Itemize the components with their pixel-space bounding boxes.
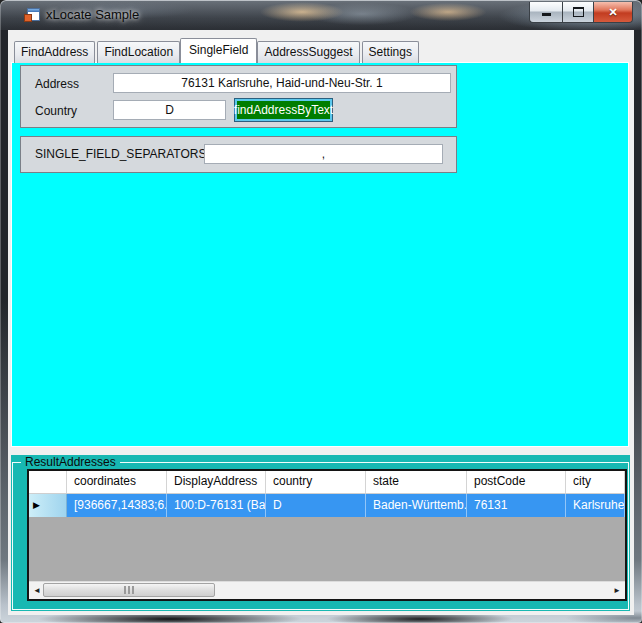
result-grid: coordinates DisplayAddress country state…: [27, 469, 627, 601]
column-header-postcode[interactable]: postCode: [467, 471, 566, 493]
cell-postcode[interactable]: 76131: [467, 494, 566, 517]
table-row[interactable]: ▶ [936667,14383;6... 100:D-76131 (Ba... …: [29, 494, 625, 517]
country-input[interactable]: [113, 100, 226, 120]
close-icon: ✕: [608, 7, 617, 18]
current-row-icon: ▶: [33, 501, 40, 510]
address-panel: Address Country findAddressByText: [20, 65, 457, 128]
tab-strip: FindAddress FindLocation SingleField Add…: [14, 38, 421, 63]
tab-findlocation[interactable]: FindLocation: [97, 41, 180, 63]
column-header-displayaddress[interactable]: DisplayAddress: [167, 471, 266, 493]
cell-city[interactable]: Karlsruhe: [566, 494, 625, 517]
column-header-country[interactable]: country: [266, 471, 366, 493]
tab-findaddress[interactable]: FindAddress: [14, 41, 95, 63]
grid-empty-area: [29, 517, 625, 581]
maximize-icon: [573, 7, 584, 17]
address-label: Address: [35, 77, 79, 91]
close-button[interactable]: ✕: [594, 2, 633, 23]
caption-buttons: ✕: [529, 2, 633, 23]
app-icon-accent: [24, 14, 32, 22]
separators-label: SINGLE_FIELD_SEPARATORS: [35, 147, 206, 161]
app-icon[interactable]: [24, 8, 39, 22]
scrollbar-grip-icon: [128, 586, 130, 594]
minimize-icon: [542, 13, 551, 16]
tab-page-singlefield: Address Country findAddressByText SINGLE…: [11, 62, 629, 447]
column-header-city[interactable]: city: [566, 471, 625, 493]
horizontal-scrollbar[interactable]: ◄ ►: [29, 581, 625, 599]
window-title: xLocate Sample: [46, 7, 139, 22]
tab-singlefield[interactable]: SingleField: [180, 38, 257, 63]
column-header-coordinates[interactable]: coordinates: [67, 471, 167, 493]
maximize-button[interactable]: [562, 2, 594, 23]
titlebar[interactable]: xLocate Sample ✕: [0, 0, 642, 30]
minimize-button[interactable]: [529, 2, 562, 23]
grid-header-row: coordinates DisplayAddress country state…: [29, 471, 625, 494]
result-addresses-groupbox: ResultAddresses coordinates DisplayAddre…: [11, 455, 630, 611]
scrollbar-thumb[interactable]: [43, 583, 215, 597]
row-header-cell[interactable]: ▶: [29, 494, 67, 517]
tab-settings[interactable]: Settings: [362, 41, 419, 63]
cell-displayaddress[interactable]: 100:D-76131 (Ba...: [167, 494, 266, 517]
tab-addresssuggest[interactable]: AddressSuggest: [257, 41, 359, 63]
scroll-right-icon[interactable]: ►: [609, 582, 625, 598]
cell-coordinates[interactable]: [936667,14383;6...: [67, 494, 167, 517]
country-label: Country: [35, 104, 77, 118]
column-header-state[interactable]: state: [366, 471, 467, 493]
separators-panel: SINGLE_FIELD_SEPARATORS: [20, 136, 457, 173]
groupbox-label: ResultAddresses: [21, 455, 120, 469]
grid-corner-cell[interactable]: [29, 471, 67, 493]
window-frame: xLocate Sample ✕ FindAddress FindLocatio…: [0, 0, 642, 623]
find-address-by-text-button[interactable]: findAddressByText: [234, 98, 333, 122]
cell-state[interactable]: Baden-Württemb...: [366, 494, 467, 517]
address-input[interactable]: [113, 73, 451, 93]
cell-country[interactable]: D: [266, 494, 366, 517]
client-area: FindAddress FindLocation SingleField Add…: [8, 30, 634, 615]
separators-input[interactable]: [204, 144, 443, 164]
